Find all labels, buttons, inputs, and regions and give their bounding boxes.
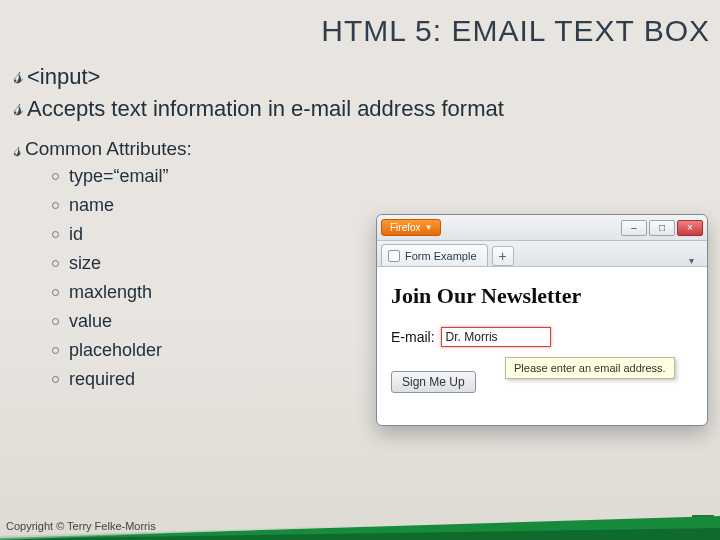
email-row: E-mail:	[391, 327, 693, 347]
page-number: 40	[692, 515, 714, 534]
attr-label: value	[69, 311, 112, 332]
attr-label: name	[69, 195, 114, 216]
page-body: Join Our Newsletter E-mail: Sign Me Up	[377, 267, 707, 403]
tab-bar: Form Example + ▾	[377, 241, 707, 267]
attr-label: type=“email”	[69, 166, 169, 187]
minimize-button[interactable]: –	[621, 220, 647, 236]
email-label: E-mail:	[391, 329, 435, 345]
maximize-button[interactable]: □	[649, 220, 675, 236]
slide-accent	[0, 498, 720, 540]
bullet-common-attrs: 𝓈 Common Attributes:	[14, 138, 720, 160]
attr-label: id	[69, 224, 83, 245]
page-heading: Join Our Newsletter	[391, 283, 693, 309]
bullet-text: <input>	[27, 64, 100, 90]
bullet-text: Common Attributes:	[25, 138, 192, 160]
tabs-dropdown-icon[interactable]: ▾	[689, 255, 703, 266]
tab-label: Form Example	[405, 250, 477, 262]
firefox-badge[interactable]: Firefox ▼	[381, 219, 441, 236]
close-button[interactable]: ×	[677, 220, 703, 236]
bullet-input-tag: 𝓈 <input>	[14, 64, 720, 90]
browser-name: Firefox	[390, 222, 421, 233]
bullet-accepts: 𝓈 Accepts text information in e-mail add…	[14, 96, 534, 122]
browser-tab[interactable]: Form Example	[381, 244, 488, 266]
ring-icon	[52, 289, 59, 296]
browser-window: Firefox ▼ – □ × Form Example + ▾ Join Ou…	[376, 214, 708, 426]
ring-icon	[52, 202, 59, 209]
submit-button[interactable]: Sign Me Up	[391, 371, 476, 393]
new-tab-button[interactable]: +	[492, 246, 514, 266]
bullet-icon: 𝓈	[14, 138, 21, 160]
attr-label: size	[69, 253, 101, 274]
ring-icon	[52, 318, 59, 325]
bullet-icon: 𝓈	[14, 64, 23, 86]
window-titlebar[interactable]: Firefox ▼ – □ ×	[377, 215, 707, 241]
window-buttons: – □ ×	[621, 220, 703, 236]
ring-icon	[52, 376, 59, 383]
slide-title: HTML 5: EMAIL TEXT BOX	[0, 0, 720, 48]
ring-icon	[52, 173, 59, 180]
ring-icon	[52, 347, 59, 354]
bullet-text: Accepts text information in e-mail addre…	[27, 96, 504, 122]
attr-label: maxlength	[69, 282, 152, 303]
favicon-icon	[388, 250, 400, 262]
validation-tooltip: Please enter an email address.	[505, 357, 675, 379]
ring-icon	[52, 260, 59, 267]
ring-icon	[52, 231, 59, 238]
list-item: type=“email”	[52, 166, 720, 187]
attr-label: placeholder	[69, 340, 162, 361]
attr-label: required	[69, 369, 135, 390]
copyright-text: Copyright © Terry Felke-Morris	[6, 520, 156, 532]
list-item: name	[52, 195, 720, 216]
chevron-down-icon: ▼	[425, 223, 433, 232]
bullet-icon: 𝓈	[14, 96, 23, 118]
email-field[interactable]	[441, 327, 551, 347]
